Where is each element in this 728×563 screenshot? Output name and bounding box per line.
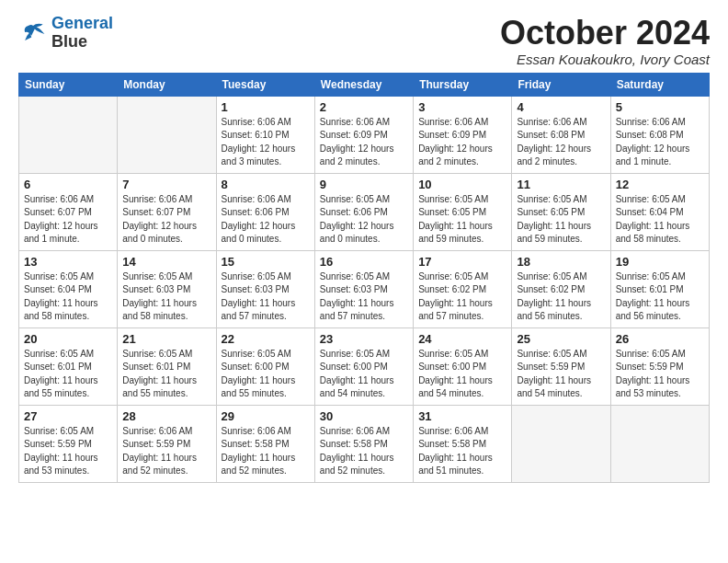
day-info: Sunrise: 6:06 AMSunset: 6:08 PMDaylight:… — [616, 116, 704, 169]
calendar-cell: 30Sunrise: 6:06 AMSunset: 5:58 PMDayligh… — [314, 405, 413, 482]
day-info: Sunrise: 6:05 AMSunset: 6:01 PMDaylight:… — [24, 348, 112, 401]
calendar-week-row: 27Sunrise: 6:05 AMSunset: 5:59 PMDayligh… — [19, 405, 710, 482]
location-subtitle: Essan Kouakoukro, Ivory Coast — [500, 52, 710, 67]
calendar-cell: 3Sunrise: 6:06 AMSunset: 6:09 PMDaylight… — [414, 96, 512, 173]
day-number: 28 — [122, 409, 210, 423]
day-info: Sunrise: 6:05 AMSunset: 5:59 PMDaylight:… — [517, 348, 605, 401]
calendar-day-header: Friday — [512, 73, 610, 96]
calendar-week-row: 6Sunrise: 6:06 AMSunset: 6:07 PMDaylight… — [19, 173, 710, 250]
day-info: Sunrise: 6:06 AMSunset: 5:58 PMDaylight:… — [320, 425, 408, 478]
day-number: 5 — [616, 100, 704, 114]
calendar-cell: 19Sunrise: 6:05 AMSunset: 6:01 PMDayligh… — [610, 250, 709, 327]
day-info: Sunrise: 6:05 AMSunset: 6:00 PMDaylight:… — [418, 348, 506, 401]
calendar-cell: 8Sunrise: 6:06 AMSunset: 6:06 PMDaylight… — [216, 173, 314, 250]
calendar-cell — [512, 405, 610, 482]
day-number: 8 — [222, 178, 310, 191]
day-number: 1 — [222, 100, 310, 114]
day-info: Sunrise: 6:05 AMSunset: 6:04 PMDaylight:… — [616, 193, 704, 247]
day-info: Sunrise: 6:05 AMSunset: 6:02 PMDaylight:… — [418, 270, 506, 324]
day-info: Sunrise: 6:05 AMSunset: 6:03 PMDaylight:… — [122, 270, 210, 324]
logo: General Blue — [18, 15, 113, 52]
day-number: 7 — [122, 178, 210, 191]
calendar-cell — [118, 96, 216, 173]
day-info: Sunrise: 6:06 AMSunset: 6:07 PMDaylight:… — [24, 193, 112, 247]
calendar-cell: 24Sunrise: 6:05 AMSunset: 6:00 PMDayligh… — [414, 327, 512, 405]
day-info: Sunrise: 6:05 AMSunset: 5:59 PMDaylight:… — [616, 348, 704, 401]
calendar-cell: 5Sunrise: 6:06 AMSunset: 6:08 PMDaylight… — [610, 96, 709, 173]
calendar-day-header: Thursday — [414, 73, 512, 96]
header-row: SundayMondayTuesdayWednesdayThursdayFrid… — [19, 73, 710, 96]
calendar-cell: 13Sunrise: 6:05 AMSunset: 6:04 PMDayligh… — [19, 250, 118, 327]
day-info: Sunrise: 6:05 AMSunset: 6:03 PMDaylight:… — [222, 270, 310, 324]
day-number: 23 — [320, 332, 408, 346]
calendar-cell: 27Sunrise: 6:05 AMSunset: 5:59 PMDayligh… — [19, 405, 118, 482]
day-number: 27 — [24, 409, 112, 423]
calendar-cell: 22Sunrise: 6:05 AMSunset: 6:00 PMDayligh… — [216, 327, 314, 405]
calendar-cell: 31Sunrise: 6:06 AMSunset: 5:58 PMDayligh… — [414, 405, 512, 482]
day-info: Sunrise: 6:05 AMSunset: 6:02 PMDaylight:… — [517, 270, 605, 324]
calendar-cell: 11Sunrise: 6:05 AMSunset: 6:05 PMDayligh… — [512, 173, 610, 250]
day-info: Sunrise: 6:05 AMSunset: 6:01 PMDaylight:… — [122, 348, 210, 401]
calendar-cell: 10Sunrise: 6:05 AMSunset: 6:05 PMDayligh… — [414, 173, 512, 250]
day-number: 16 — [320, 255, 408, 269]
logo-line2: Blue — [51, 33, 113, 52]
calendar-day-header: Sunday — [19, 73, 118, 96]
day-number: 3 — [418, 100, 506, 114]
day-number: 10 — [418, 178, 506, 191]
day-info: Sunrise: 6:06 AMSunset: 6:09 PMDaylight:… — [320, 116, 408, 169]
day-info: Sunrise: 6:05 AMSunset: 6:05 PMDaylight:… — [517, 193, 605, 247]
day-info: Sunrise: 6:06 AMSunset: 5:59 PMDaylight:… — [122, 425, 210, 478]
day-number: 6 — [24, 178, 112, 191]
day-info: Sunrise: 6:06 AMSunset: 6:06 PMDaylight:… — [222, 193, 310, 247]
calendar-cell: 25Sunrise: 6:05 AMSunset: 5:59 PMDayligh… — [512, 327, 610, 405]
calendar-day-header: Monday — [118, 73, 216, 96]
day-number: 13 — [24, 255, 112, 269]
calendar-cell — [610, 405, 709, 482]
day-number: 2 — [320, 100, 408, 114]
logo-bird-icon — [18, 20, 48, 46]
day-number: 17 — [418, 255, 506, 269]
day-info: Sunrise: 6:05 AMSunset: 6:06 PMDaylight:… — [320, 193, 408, 247]
day-number: 30 — [320, 409, 408, 423]
day-number: 25 — [517, 332, 605, 346]
day-number: 21 — [122, 332, 210, 346]
day-number: 19 — [616, 255, 704, 269]
calendar-day-header: Tuesday — [216, 73, 314, 96]
day-number: 12 — [616, 178, 704, 191]
day-info: Sunrise: 6:05 AMSunset: 6:00 PMDaylight:… — [320, 348, 408, 401]
calendar-week-row: 20Sunrise: 6:05 AMSunset: 6:01 PMDayligh… — [19, 327, 710, 405]
calendar-cell: 20Sunrise: 6:05 AMSunset: 6:01 PMDayligh… — [19, 327, 118, 405]
calendar-cell: 12Sunrise: 6:05 AMSunset: 6:04 PMDayligh… — [610, 173, 709, 250]
calendar-week-row: 13Sunrise: 6:05 AMSunset: 6:04 PMDayligh… — [19, 250, 710, 327]
calendar-cell: 7Sunrise: 6:06 AMSunset: 6:07 PMDaylight… — [118, 173, 216, 250]
day-number: 15 — [222, 255, 310, 269]
calendar-cell: 9Sunrise: 6:05 AMSunset: 6:06 PMDaylight… — [314, 173, 413, 250]
calendar-body: 1Sunrise: 6:06 AMSunset: 6:10 PMDaylight… — [19, 96, 710, 482]
day-info: Sunrise: 6:05 AMSunset: 6:04 PMDaylight:… — [24, 270, 112, 324]
calendar-cell: 15Sunrise: 6:05 AMSunset: 6:03 PMDayligh… — [216, 250, 314, 327]
calendar-cell: 4Sunrise: 6:06 AMSunset: 6:08 PMDaylight… — [512, 96, 610, 173]
calendar-cell: 26Sunrise: 6:05 AMSunset: 5:59 PMDayligh… — [610, 327, 709, 405]
calendar-cell: 14Sunrise: 6:05 AMSunset: 6:03 PMDayligh… — [118, 250, 216, 327]
calendar-cell: 23Sunrise: 6:05 AMSunset: 6:00 PMDayligh… — [314, 327, 413, 405]
calendar-cell: 28Sunrise: 6:06 AMSunset: 5:59 PMDayligh… — [118, 405, 216, 482]
day-info: Sunrise: 6:06 AMSunset: 6:08 PMDaylight:… — [517, 116, 605, 169]
day-info: Sunrise: 6:05 AMSunset: 6:03 PMDaylight:… — [320, 270, 408, 324]
logo-line1: General — [51, 14, 113, 32]
day-info: Sunrise: 6:05 AMSunset: 6:01 PMDaylight:… — [616, 270, 704, 324]
day-number: 18 — [517, 255, 605, 269]
day-info: Sunrise: 6:05 AMSunset: 6:00 PMDaylight:… — [222, 348, 310, 401]
month-title: October 2024 — [500, 15, 710, 52]
day-number: 11 — [517, 178, 605, 191]
logo-text: General Blue — [51, 15, 113, 52]
header: General Blue October 2024 Essan Kouakouk… — [18, 15, 710, 67]
day-number: 24 — [418, 332, 506, 346]
day-number: 9 — [320, 178, 408, 191]
day-number: 26 — [616, 332, 704, 346]
day-info: Sunrise: 6:06 AMSunset: 6:07 PMDaylight:… — [122, 193, 210, 247]
calendar-day-header: Saturday — [610, 73, 709, 96]
calendar-cell: 21Sunrise: 6:05 AMSunset: 6:01 PMDayligh… — [118, 327, 216, 405]
calendar-cell — [19, 96, 118, 173]
day-info: Sunrise: 6:05 AMSunset: 6:05 PMDaylight:… — [418, 193, 506, 247]
page: General Blue October 2024 Essan Kouakouk… — [0, 0, 728, 492]
